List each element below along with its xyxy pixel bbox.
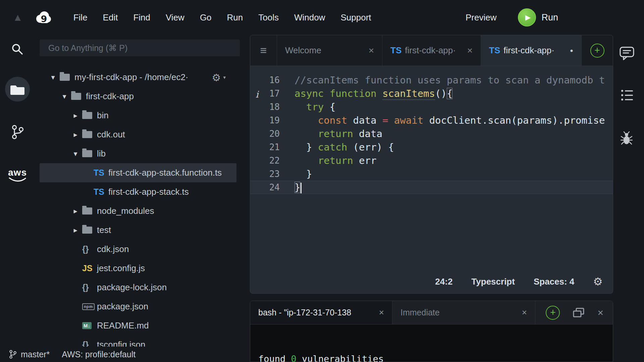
code-text xyxy=(294,128,318,139)
terminal-tab-actions: + × xyxy=(546,301,613,324)
tree-item-bin[interactable]: ▸ bin xyxy=(35,106,247,125)
code-function-name: scanItems xyxy=(382,88,435,100)
chevron-down-icon[interactable]: ▾ xyxy=(69,149,82,158)
hamburger-icon: ≡ xyxy=(260,44,267,57)
close-panel-icon[interactable]: × xyxy=(597,307,603,318)
code-keyword: catch xyxy=(318,141,347,153)
outline-button[interactable] xyxy=(621,89,634,103)
chevron-right-icon[interactable]: ▸ xyxy=(69,226,82,235)
tab-immediate[interactable]: Immediate × xyxy=(392,301,535,324)
tree-item-label: README.md xyxy=(97,320,149,331)
tree-item-package-lock[interactable]: {} package-lock.json xyxy=(35,278,247,297)
editor-settings-gear-icon[interactable]: ⚙ xyxy=(593,275,603,288)
chevron-right-icon[interactable]: ▸ xyxy=(69,130,82,139)
npm-file-icon: npm xyxy=(82,303,95,310)
tree-item-label: lib xyxy=(97,148,106,159)
tree-item-label: first-cdk-app-stack.function.ts xyxy=(108,168,222,178)
tree-item-test[interactable]: ▸ test xyxy=(35,221,247,240)
tab-list-menu-button[interactable]: ≡ xyxy=(250,35,277,66)
debugger-button[interactable] xyxy=(621,131,633,147)
line-number: 16 xyxy=(269,75,280,85)
menu-file[interactable]: File xyxy=(66,12,95,23)
menu-support[interactable]: Support xyxy=(333,12,379,23)
run-button[interactable]: ▶ Run xyxy=(518,8,558,26)
code-line: 18 try { xyxy=(250,100,613,114)
code-text xyxy=(294,155,318,166)
tree-item-jest-config[interactable]: JS jest.config.js xyxy=(35,259,247,278)
tree-item-lib[interactable]: ▾ lib xyxy=(35,144,247,163)
code-line: 21 } catch (err) { xyxy=(250,140,613,154)
new-tab-button[interactable]: + xyxy=(582,35,613,66)
chevron-right-icon[interactable]: ▸ xyxy=(69,111,82,120)
close-icon[interactable]: × xyxy=(522,307,527,318)
code-line: 16 //scanItems function uses params to s… xyxy=(250,73,613,87)
menu-tools[interactable]: Tools xyxy=(251,12,286,23)
indentation-setting[interactable]: Spaces: 4 xyxy=(534,277,574,287)
menu-view[interactable]: View xyxy=(158,12,192,23)
source-control-button[interactable] xyxy=(5,120,30,144)
gear-icon: ⚙ xyxy=(212,71,221,83)
matched-bracket: } xyxy=(294,182,300,193)
close-icon[interactable]: × xyxy=(369,45,374,56)
folder-icon xyxy=(82,131,97,138)
preview-button[interactable]: Preview xyxy=(466,12,496,23)
menu-go[interactable]: Go xyxy=(192,12,219,23)
menu-edit[interactable]: Edit xyxy=(95,12,126,23)
tab-first-cdk-app-function[interactable]: TS first-cdk-app· ● xyxy=(481,35,582,66)
language-mode[interactable]: Typescript xyxy=(471,277,515,287)
tab-welcome[interactable]: Welcome × xyxy=(277,35,382,66)
aws-profile-label[interactable]: AWS: profile:default xyxy=(62,350,136,359)
aws-resources-button[interactable]: aws xyxy=(5,163,30,187)
chevron-right-icon[interactable]: ▸ xyxy=(69,207,82,216)
file-tree-panel: Go to Anything (⌘ P) ▾ my-first-cdk-app … xyxy=(35,35,247,362)
typescript-file-icon: TS xyxy=(94,168,104,178)
tree-item-node-modules[interactable]: ▸ node_modules xyxy=(35,201,247,221)
cloud9-logo-icon[interactable]: 9 xyxy=(34,8,52,26)
tab-label: Welcome xyxy=(285,45,321,56)
collapse-triangle-icon[interactable]: ▲ xyxy=(13,12,23,23)
play-icon: ▶ xyxy=(525,13,531,21)
info-gutter-icon[interactable]: i xyxy=(256,89,259,100)
terminal-output[interactable]: found 0 vulnerabilities ec2-user:~/envir… xyxy=(250,324,613,362)
code-text xyxy=(388,115,394,126)
tree-item-stack-ts[interactable]: TS first-cdk-app-stack.ts xyxy=(35,182,247,201)
tree-item-cdk-out[interactable]: ▸ cdk.out xyxy=(35,125,247,144)
json-file-icon: {} xyxy=(82,283,89,292)
run-circle[interactable]: ▶ xyxy=(518,8,536,26)
plus-icon: + xyxy=(550,308,556,317)
tree-item-label: cdk.json xyxy=(97,244,129,254)
tree-item-cdk-json[interactable]: {} cdk.json xyxy=(35,240,247,259)
tab-bash-terminal[interactable]: bash - "ip-172-31-70-138 × xyxy=(250,301,392,324)
collaborate-chat-button[interactable] xyxy=(619,46,635,62)
aws-smile-icon xyxy=(8,177,27,182)
chevron-down-icon[interactable]: ▾ xyxy=(58,92,71,101)
goto-anything-placeholder: Go to Anything (⌘ P) xyxy=(48,43,127,53)
code-text: () xyxy=(435,88,447,99)
goto-anything-input[interactable]: Go to Anything (⌘ P) xyxy=(40,40,240,56)
search-button[interactable] xyxy=(5,37,30,62)
tree-item-first-cdk-app[interactable]: ▾ first-cdk-app xyxy=(35,87,247,106)
menu-items: File Edit Find View Go Run Tools Window … xyxy=(66,12,379,23)
tree-settings-button[interactable]: ⚙ ▾ xyxy=(212,71,226,83)
tree-item-package-json[interactable]: npm package.json xyxy=(35,297,247,316)
tree-item-stack-function-ts[interactable]: TS first-cdk-app-stack.function.ts xyxy=(40,163,236,182)
menu-window[interactable]: Window xyxy=(286,12,333,23)
close-icon[interactable]: × xyxy=(379,307,384,318)
unsaved-dot-icon: ● xyxy=(570,48,573,54)
code-line: 20 return data xyxy=(250,127,613,140)
menu-run[interactable]: Run xyxy=(219,12,251,23)
javascript-file-icon: JS xyxy=(82,263,93,273)
cursor-position[interactable]: 24:2 xyxy=(435,277,452,287)
file-explorer-button[interactable] xyxy=(5,77,30,102)
split-panel-icon[interactable] xyxy=(573,307,585,318)
tree-item-root[interactable]: ▾ my-first-cdk-app - /home/ec2· ⚙ ▾ xyxy=(35,68,247,87)
new-terminal-button[interactable]: + xyxy=(546,306,560,320)
chevron-down-icon[interactable]: ▾ xyxy=(46,73,60,82)
close-icon[interactable]: × xyxy=(467,45,473,56)
git-branch-label[interactable]: master* xyxy=(21,350,50,359)
tab-first-cdk-app-stack[interactable]: TS first-cdk-app· × xyxy=(382,35,481,66)
tree-item-readme[interactable]: M↓ README.md xyxy=(35,316,247,335)
folder-icon xyxy=(71,93,86,100)
menu-find[interactable]: Find xyxy=(125,12,158,23)
code-area[interactable]: 16 //scanItems function uses params to s… xyxy=(250,66,613,194)
